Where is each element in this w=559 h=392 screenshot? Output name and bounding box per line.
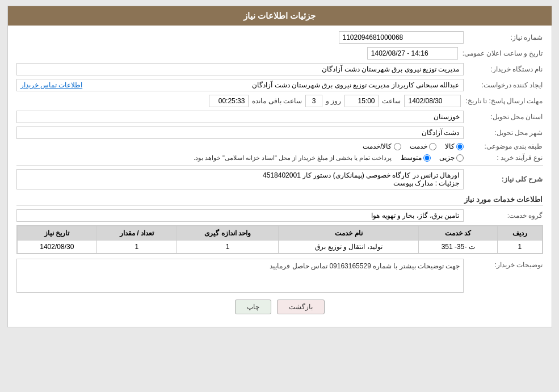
requester-label: ایجاد کننده درخواست: bbox=[464, 81, 543, 89]
buyer-org-label: نام دستگاه خریدار: bbox=[464, 65, 543, 73]
deadline-days: 3 bbox=[305, 95, 322, 107]
main-container: جزئیات اطلاعات نیاز شماره نیاز: 11020946… bbox=[7, 6, 552, 327]
table-row: 1ت -35- 351تولید، انتقال و توزیع برق1114… bbox=[17, 241, 542, 254]
requester-row: ایجاد کننده درخواست: عبدالله سبحانی کارب… bbox=[16, 79, 543, 91]
province-value: خوزستان bbox=[16, 111, 464, 123]
announcement-date-row: تاریخ و ساعت اعلان عمومی: 1402/08/27 - 1… bbox=[16, 47, 543, 60]
order-number-label: شماره نیاز: bbox=[464, 33, 543, 41]
deadline-time-label: ساعت bbox=[382, 97, 401, 105]
category-option-khedmat[interactable]: خدمت bbox=[410, 142, 436, 150]
deadline-row: مهلت ارسال پاسخ: تا تاریخ: 1402/08/30 سا… bbox=[16, 95, 543, 107]
buyer-desc-value: جهت توضیحات بیشتر با شماره 09163165529 ت… bbox=[20, 262, 460, 270]
page-content: شماره نیاز: 1102094681000068 تاریخ و ساع… bbox=[8, 26, 552, 327]
category-label: طبقه بندی موضوعی: bbox=[464, 142, 543, 150]
service-group-value: تامین برق، گاز، بخار و تهویه هوا bbox=[16, 209, 464, 222]
city-value: دشت آزادگان bbox=[16, 127, 464, 139]
col-qty: تعداد / مقدار bbox=[97, 226, 176, 241]
deadline-date: 1402/08/30 bbox=[404, 95, 461, 107]
col-date: تاریخ نیاز bbox=[17, 226, 97, 241]
order-number-row: شماره نیاز: 1102094681000068 bbox=[16, 31, 543, 44]
purchase-type-label: نوع فرآیند خرید : bbox=[464, 154, 543, 162]
general-desc-box: اورهال ترانس در کارگاه خصوصی (پیمانکاری)… bbox=[16, 169, 464, 189]
buyer-desc-area: توضیحات خریدار: جهت توضیحات بیشتر با شما… bbox=[16, 259, 543, 293]
order-number-value: 1102094681000068 bbox=[339, 31, 464, 44]
buyer-desc-label: توضیحات خریدار: bbox=[464, 259, 543, 269]
category-radio-group: کالا خدمت کالا/خدمت bbox=[16, 142, 464, 150]
general-desc-row: شرح کلی نیاز: اورهال ترانس در کارگاه خصو… bbox=[16, 169, 543, 189]
col-name: نام خدمت bbox=[279, 226, 419, 241]
announcement-date-value: 1402/08/27 - 14:16 bbox=[367, 47, 458, 60]
back-button[interactable]: بازگشت bbox=[277, 300, 325, 314]
general-desc-value: اورهال ترانس در کارگاه خصوصی (پیمانکاری)… bbox=[20, 171, 460, 179]
purchase-type-note: پرداخت تمام یا بخشی از مبلغ خریدار از مح… bbox=[16, 154, 392, 162]
province-label: استان محل تحویل: bbox=[464, 113, 543, 121]
page-title: جزئیات اطلاعات نیاز bbox=[243, 11, 316, 20]
services-table: ردیف کد خدمت نام خدمت واحد اندازه گیری ت… bbox=[17, 226, 543, 254]
city-label: شهر محل تحویل: bbox=[464, 129, 543, 137]
announcement-date-label: تاریخ و ساعت اعلان عمومی: bbox=[458, 49, 543, 57]
requester-value: عبدالله سبحانی کاربرداز مدیریت توزیع نیر… bbox=[16, 79, 464, 91]
deadline-remaining: 00:25:33 bbox=[209, 95, 249, 107]
purchase-type-row: نوع فرآیند خرید : جزیی متوسط پرداخت تمام… bbox=[16, 154, 543, 162]
category-option-kala-khedmat[interactable]: کالا/خدمت bbox=[363, 142, 401, 150]
col-row: ردیف bbox=[498, 226, 542, 241]
general-desc-label: شرح کلی نیاز: bbox=[464, 175, 543, 183]
general-desc-sub: جزئیات : مدارک پیوست bbox=[20, 179, 460, 187]
requester-contact-link[interactable]: اطلاعات تماس خریدار bbox=[20, 81, 83, 89]
province-row: استان محل تحویل: خوزستان bbox=[16, 111, 543, 123]
deadline-time: 15:00 bbox=[344, 95, 379, 107]
deadline-days-label: روز و bbox=[326, 97, 341, 105]
service-group-label: گروه خدمت: bbox=[464, 212, 543, 220]
services-table-container: ردیف کد خدمت نام خدمت واحد اندازه گیری ت… bbox=[16, 225, 543, 254]
deadline-label: مهلت ارسال پاسخ: تا تاریخ: bbox=[461, 97, 543, 105]
col-code: کد خدمت bbox=[419, 226, 498, 241]
page-header: جزئیات اطلاعات نیاز bbox=[8, 6, 552, 26]
print-button[interactable]: چاپ bbox=[235, 300, 271, 314]
col-unit: واحد اندازه گیری bbox=[176, 226, 279, 241]
deadline-remaining-label: ساعت باقی مانده bbox=[252, 97, 302, 105]
category-option-kala[interactable]: کالا bbox=[445, 142, 464, 150]
purchase-type-option-jozi[interactable]: جزیی bbox=[439, 154, 464, 162]
purchase-type-option-motavasset[interactable]: متوسط bbox=[401, 154, 431, 162]
buyer-org-row: نام دستگاه خریدار: مدیریت توزیع نیروی بر… bbox=[16, 63, 543, 75]
category-row: طبقه بندی موضوعی: کالا خدمت کالا/خدمت bbox=[16, 142, 543, 150]
button-row: بازگشت چاپ bbox=[16, 300, 543, 314]
services-section-title: اطلاعات خدمات مورد نیاز bbox=[16, 195, 543, 206]
buyer-desc-box: جهت توضیحات بیشتر با شماره 09163165529 ت… bbox=[16, 259, 464, 293]
buyer-org-value: مدیریت توزیع نیروی برق شهرستان دشت آزادگ… bbox=[16, 63, 464, 75]
service-group-row: گروه خدمت: تامین برق، گاز، بخار و تهویه … bbox=[16, 209, 543, 222]
city-row: شهر محل تحویل: دشت آزادگان bbox=[16, 127, 543, 139]
